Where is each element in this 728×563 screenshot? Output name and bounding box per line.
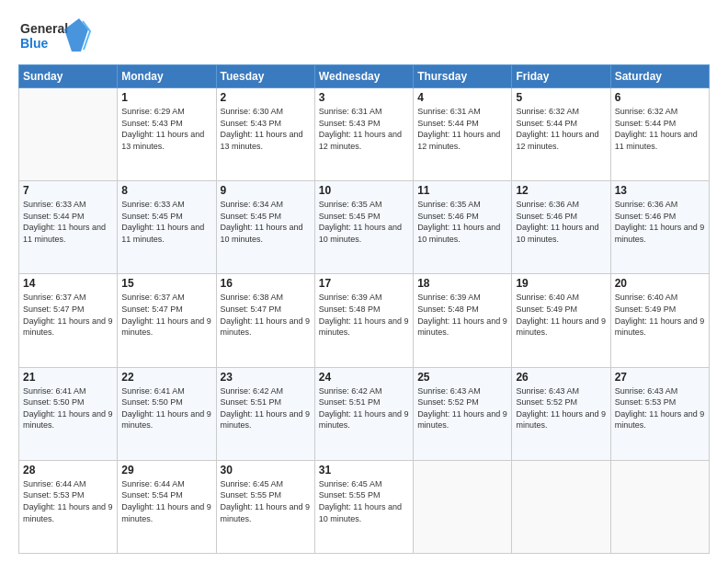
calendar-cell: 11 Sunrise: 6:35 AM Sunset: 5:46 PM Dayl… (414, 181, 512, 274)
sunset-label: Sunset: 5:45 PM (221, 212, 282, 221)
calendar-cell: 14 Sunrise: 6:37 AM Sunset: 5:47 PM Dayl… (19, 274, 118, 367)
calendar-cell: 25 Sunrise: 6:43 AM Sunset: 5:52 PM Dayl… (414, 367, 512, 460)
sunset-label: Sunset: 5:49 PM (615, 304, 677, 314)
sunrise-label: Sunrise: 6:43 AM (516, 386, 579, 396)
sunset-label: Sunset: 5:47 PM (23, 304, 85, 314)
daylight-label: Daylight: 11 hours and 9 minutes. (615, 316, 705, 338)
calendar-cell: 30 Sunrise: 6:45 AM Sunset: 5:55 PM Dayl… (216, 460, 314, 553)
sunset-label: Sunset: 5:47 PM (221, 304, 282, 314)
sunset-label: Sunset: 5:55 PM (221, 490, 282, 500)
day-number: 26 (516, 371, 606, 384)
sunrise-label: Sunrise: 6:43 AM (615, 386, 678, 396)
daylight-label: Daylight: 11 hours and 9 minutes. (615, 223, 705, 244)
day-number: 27 (615, 371, 705, 384)
calendar-week-row: 21 Sunrise: 6:41 AM Sunset: 5:50 PM Dayl… (19, 367, 710, 460)
day-number: 21 (23, 371, 113, 384)
daylight-label: Daylight: 11 hours and 10 minutes. (319, 502, 402, 523)
calendar-cell (512, 460, 610, 553)
day-number: 16 (221, 277, 311, 290)
sunset-label: Sunset: 5:50 PM (121, 397, 183, 407)
daylight-label: Daylight: 11 hours and 12 minutes. (319, 130, 402, 151)
logo: General Blue (18, 17, 92, 55)
day-details: Sunrise: 6:40 AM Sunset: 5:49 PM Dayligh… (516, 292, 606, 338)
header: General Blue (18, 17, 710, 55)
calendar-cell: 4 Sunrise: 6:31 AM Sunset: 5:44 PM Dayli… (414, 88, 512, 181)
sunset-label: Sunset: 5:50 PM (23, 397, 85, 407)
sunrise-label: Sunrise: 6:33 AM (121, 200, 185, 209)
sunset-label: Sunset: 5:46 PM (615, 212, 677, 221)
sunset-label: Sunset: 5:48 PM (417, 304, 479, 314)
calendar-week-row: 1 Sunrise: 6:29 AM Sunset: 5:43 PM Dayli… (19, 88, 710, 181)
col-header-monday: Monday (118, 65, 216, 88)
calendar-cell: 2 Sunrise: 6:30 AM Sunset: 5:43 PM Dayli… (216, 88, 314, 181)
sunset-label: Sunset: 5:44 PM (23, 212, 85, 221)
daylight-label: Daylight: 11 hours and 9 minutes. (221, 316, 311, 338)
day-details: Sunrise: 6:40 AM Sunset: 5:49 PM Dayligh… (615, 292, 705, 338)
day-details: Sunrise: 6:36 AM Sunset: 5:46 PM Dayligh… (516, 199, 606, 245)
daylight-label: Daylight: 11 hours and 9 minutes. (121, 409, 211, 431)
sunrise-label: Sunrise: 6:33 AM (23, 200, 86, 209)
sunrise-label: Sunrise: 6:39 AM (417, 293, 481, 302)
day-details: Sunrise: 6:43 AM Sunset: 5:53 PM Dayligh… (615, 385, 705, 431)
sunrise-label: Sunrise: 6:30 AM (221, 107, 284, 116)
sunrise-label: Sunrise: 6:39 AM (319, 293, 382, 302)
daylight-label: Daylight: 11 hours and 9 minutes. (516, 409, 606, 431)
day-details: Sunrise: 6:43 AM Sunset: 5:52 PM Dayligh… (417, 385, 507, 431)
calendar-cell: 7 Sunrise: 6:33 AM Sunset: 5:44 PM Dayli… (19, 181, 118, 274)
sunset-label: Sunset: 5:55 PM (319, 490, 381, 500)
day-number: 9 (221, 184, 311, 197)
sunset-label: Sunset: 5:53 PM (23, 490, 85, 500)
sunrise-label: Sunrise: 6:42 AM (221, 386, 284, 396)
sunrise-label: Sunrise: 6:34 AM (221, 200, 284, 209)
calendar-cell: 15 Sunrise: 6:37 AM Sunset: 5:47 PM Dayl… (118, 274, 216, 367)
sunset-label: Sunset: 5:54 PM (121, 490, 183, 500)
calendar-cell: 5 Sunrise: 6:32 AM Sunset: 5:44 PM Dayli… (512, 88, 610, 181)
daylight-label: Daylight: 11 hours and 9 minutes. (121, 502, 211, 523)
day-number: 24 (319, 371, 409, 384)
col-header-sunday: Sunday (19, 65, 118, 88)
daylight-label: Daylight: 11 hours and 10 minutes. (221, 223, 303, 244)
calendar-cell: 23 Sunrise: 6:42 AM Sunset: 5:51 PM Dayl… (216, 367, 314, 460)
daylight-label: Daylight: 11 hours and 11 minutes. (615, 130, 698, 151)
daylight-label: Daylight: 11 hours and 10 minutes. (417, 223, 500, 244)
day-number: 31 (319, 464, 409, 477)
sunset-label: Sunset: 5:49 PM (516, 304, 577, 314)
col-header-tuesday: Tuesday (216, 65, 314, 88)
sunset-label: Sunset: 5:44 PM (615, 119, 677, 128)
day-number: 17 (319, 277, 409, 290)
sunrise-label: Sunrise: 6:32 AM (615, 107, 678, 116)
calendar-cell: 1 Sunrise: 6:29 AM Sunset: 5:43 PM Dayli… (118, 88, 216, 181)
day-details: Sunrise: 6:42 AM Sunset: 5:51 PM Dayligh… (319, 385, 409, 431)
day-number: 25 (417, 371, 507, 384)
day-details: Sunrise: 6:35 AM Sunset: 5:45 PM Dayligh… (319, 199, 409, 245)
calendar-week-row: 14 Sunrise: 6:37 AM Sunset: 5:47 PM Dayl… (19, 274, 710, 367)
day-details: Sunrise: 6:29 AM Sunset: 5:43 PM Dayligh… (121, 106, 211, 152)
calendar-cell: 24 Sunrise: 6:42 AM Sunset: 5:51 PM Dayl… (314, 367, 413, 460)
day-number: 29 (121, 464, 211, 477)
sunset-label: Sunset: 5:46 PM (516, 212, 577, 221)
sunrise-label: Sunrise: 6:42 AM (319, 386, 382, 396)
sunset-label: Sunset: 5:51 PM (319, 397, 381, 407)
calendar-cell: 10 Sunrise: 6:35 AM Sunset: 5:45 PM Dayl… (314, 181, 413, 274)
calendar-cell: 17 Sunrise: 6:39 AM Sunset: 5:48 PM Dayl… (314, 274, 413, 367)
day-details: Sunrise: 6:45 AM Sunset: 5:55 PM Dayligh… (221, 478, 311, 524)
daylight-label: Daylight: 11 hours and 12 minutes. (516, 130, 598, 151)
calendar-cell: 22 Sunrise: 6:41 AM Sunset: 5:50 PM Dayl… (118, 367, 216, 460)
sunset-label: Sunset: 5:51 PM (221, 397, 282, 407)
calendar-cell: 20 Sunrise: 6:40 AM Sunset: 5:49 PM Dayl… (610, 274, 709, 367)
calendar-cell (610, 460, 709, 553)
daylight-label: Daylight: 11 hours and 9 minutes. (221, 409, 311, 431)
day-details: Sunrise: 6:30 AM Sunset: 5:43 PM Dayligh… (221, 106, 311, 152)
day-number: 11 (417, 184, 507, 197)
day-details: Sunrise: 6:39 AM Sunset: 5:48 PM Dayligh… (319, 292, 409, 338)
calendar-cell: 12 Sunrise: 6:36 AM Sunset: 5:46 PM Dayl… (512, 181, 610, 274)
col-header-friday: Friday (512, 65, 610, 88)
day-details: Sunrise: 6:37 AM Sunset: 5:47 PM Dayligh… (23, 292, 113, 338)
day-number: 23 (221, 371, 311, 384)
day-number: 6 (615, 91, 705, 104)
day-details: Sunrise: 6:41 AM Sunset: 5:50 PM Dayligh… (23, 385, 113, 431)
calendar-cell: 28 Sunrise: 6:44 AM Sunset: 5:53 PM Dayl… (19, 460, 118, 553)
sunrise-label: Sunrise: 6:41 AM (23, 386, 86, 396)
page: General Blue SundayMondayTuesdayWednesda… (0, 0, 728, 563)
day-details: Sunrise: 6:41 AM Sunset: 5:50 PM Dayligh… (121, 385, 211, 431)
